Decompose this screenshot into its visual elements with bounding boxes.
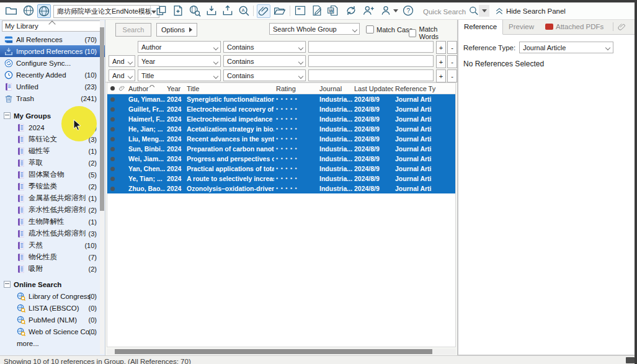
online-database-item[interactable]: LISTA (EBSCO) (0) xyxy=(0,302,105,314)
group-item[interactable]: 生物降解性 (1) xyxy=(0,216,105,228)
operator-select-3[interactable]: Contains xyxy=(223,69,306,81)
sidebar-item[interactable]: Trash (241) xyxy=(0,92,105,104)
search-term-input-3[interactable] xyxy=(308,69,434,81)
operator-select-1[interactable]: Contains xyxy=(223,41,306,53)
operator-select-2[interactable]: Contains xyxy=(223,55,306,67)
remove-row-button-3[interactable]: - xyxy=(447,69,457,82)
tab-reference[interactable]: Reference xyxy=(458,19,503,35)
attach-pdf-icon[interactable] xyxy=(617,19,626,34)
rating-column-header[interactable]: Rating xyxy=(274,85,318,92)
add-row-button-1[interactable]: + xyxy=(436,41,446,54)
search-term-input-1[interactable] xyxy=(308,41,434,53)
hide-search-panel-icon[interactable] xyxy=(494,4,504,17)
attachment-column-header[interactable] xyxy=(117,85,127,92)
search-icon[interactable] xyxy=(468,4,479,17)
title-column-header[interactable]: Title xyxy=(185,85,274,92)
sidebar-item[interactable]: Configure Sync... xyxy=(0,57,105,69)
cell-rating[interactable]: • • • • • xyxy=(274,166,318,172)
cell-rating[interactable]: • • • • • xyxy=(274,156,318,162)
field-select-3[interactable]: Title xyxy=(138,69,221,81)
sidebar-scrollbar-thumb[interactable] xyxy=(100,27,104,211)
field-select-1[interactable]: Author xyxy=(138,41,221,53)
group-item[interactable]: 金属基低共熔溶剂 (1) xyxy=(0,192,105,204)
remove-row-button-2[interactable]: - xyxy=(447,55,457,68)
cell-rating[interactable]: • • • • • xyxy=(274,136,318,142)
options-button[interactable]: Options xyxy=(156,23,197,37)
cell-rating[interactable]: • • • • • xyxy=(274,185,318,192)
group-item[interactable]: 物化性质 (7) xyxy=(0,251,105,263)
cell-rating[interactable]: • • • • • xyxy=(274,106,318,112)
online-search-icon[interactable] xyxy=(189,4,201,17)
chevron-down-icon[interactable] xyxy=(393,9,398,12)
export-icon[interactable] xyxy=(221,4,234,17)
cell-rating[interactable]: • • • • • xyxy=(274,96,318,102)
checkbox-icon[interactable] xyxy=(409,29,416,37)
match-words-checkbox[interactable]: Match Words xyxy=(409,25,457,40)
more-databases-link[interactable]: more... xyxy=(0,337,105,349)
reference-row[interactable]: Ye, Tian; ... 2024 A route to selectivel… xyxy=(107,174,455,184)
group-item[interactable]: 季铵盐类 (2) xyxy=(0,180,105,192)
local-library-mode-icon[interactable] xyxy=(5,4,17,17)
online-search-header[interactable]: Online Search xyxy=(0,278,105,290)
collapse-minus-icon[interactable] xyxy=(4,112,11,119)
reference-row[interactable]: Wei, Jiam... 2024 Progress and perspecti… xyxy=(107,154,455,164)
add-row-button-2[interactable]: + xyxy=(436,55,446,68)
horizontal-scrollbar[interactable] xyxy=(107,348,456,355)
layout-button[interactable] xyxy=(626,357,635,363)
search-options-dropdown[interactable] xyxy=(479,5,489,17)
checkbox-icon[interactable] xyxy=(366,25,374,33)
reference-type-select[interactable]: Journal Article xyxy=(519,42,613,53)
cell-rating[interactable]: • • • • • xyxy=(274,175,318,182)
user-menu-icon[interactable] xyxy=(380,4,392,17)
add-row-button-3[interactable]: + xyxy=(436,69,446,82)
reference-type-column-header[interactable]: Reference Ty xyxy=(393,85,455,92)
group-item[interactable]: 吸附 (2) xyxy=(0,263,105,275)
reference-row[interactable]: Sun, Binbi... 2024 Preparation of carbon… xyxy=(107,144,455,154)
online-database-item[interactable]: PubMed (NLM) (0) xyxy=(0,314,105,326)
boolean-select-2[interactable]: And xyxy=(109,55,135,67)
format-bibliography-icon[interactable] xyxy=(311,4,323,17)
copy-to-local-library-icon[interactable] xyxy=(155,4,167,17)
journal-column-header[interactable]: Journal xyxy=(318,85,352,92)
cell-rating[interactable]: • • • • • xyxy=(274,116,318,122)
reference-row[interactable]: Haimerl, F... 2024 Electrochemical imped… xyxy=(107,114,455,124)
reference-row[interactable]: Liu, Meng... 2024 Recent advances in the… xyxy=(107,134,455,144)
group-item[interactable]: 亲水性低共熔溶剂 (2) xyxy=(0,204,105,216)
share-library-icon[interactable] xyxy=(362,4,375,17)
read-status-column-header[interactable] xyxy=(107,86,117,91)
collapse-minus-icon[interactable] xyxy=(4,281,11,288)
group-item[interactable]: 天然 (10) xyxy=(0,239,105,251)
search-scope-select[interactable]: Search Whole Group xyxy=(269,23,360,35)
help-icon[interactable] xyxy=(402,4,414,17)
search-term-input-2[interactable] xyxy=(308,55,434,67)
import-icon[interactable] xyxy=(205,4,218,17)
last-updated-column-header[interactable]: Last Updated xyxy=(352,85,393,92)
group-item[interactable]: 萃取 (2) xyxy=(0,157,105,169)
sidebar-item[interactable]: Recently Added (10) xyxy=(0,69,105,81)
attach-file-icon[interactable] xyxy=(257,4,270,18)
go-to-word-icon[interactable] xyxy=(327,4,339,17)
group-item[interactable]: 固体聚合物 (5) xyxy=(0,169,105,180)
search-button[interactable]: Search xyxy=(115,23,151,37)
sync-library-icon[interactable] xyxy=(345,4,357,17)
author-column-header[interactable]: Author xyxy=(127,85,165,92)
integrated-library-mode-icon[interactable] xyxy=(37,4,51,18)
hide-search-panel-button[interactable]: Hide Search Panel xyxy=(506,7,566,15)
cell-rating[interactable]: • • • • • xyxy=(274,146,318,152)
my-library-header[interactable]: My Library xyxy=(2,20,102,32)
reference-row[interactable]: Gu, Yiman... 2024 Synergistic functional… xyxy=(107,94,455,104)
new-reference-icon[interactable] xyxy=(172,4,184,17)
online-database-item[interactable]: Web of Science Co... (0) xyxy=(0,326,105,337)
find-full-text-icon[interactable] xyxy=(238,4,250,17)
reference-row[interactable]: Guillet, Fr... 2024 Electrochemical reco… xyxy=(107,104,455,114)
online-database-item[interactable]: Library of Congress (0) xyxy=(0,290,105,302)
reference-row[interactable]: Yan, Chen... 2024 Practical applications… xyxy=(107,164,455,174)
group-item[interactable]: 磁性等 (1) xyxy=(0,145,105,157)
output-style-select[interactable]: 廊坊师院毕业论文EndNote模板 xyxy=(53,5,159,18)
online-search-mode-icon[interactable] xyxy=(22,4,35,17)
reference-row[interactable]: He, Jian; ... 2024 Acetalization strateg… xyxy=(107,124,455,134)
year-column-header[interactable]: Year xyxy=(165,85,185,92)
group-item[interactable]: 疏水性低共熔溶剂 (3) xyxy=(0,228,105,239)
reference-row[interactable]: Zhuo, Bao... 2024 Ozonolysis–oxidation-d… xyxy=(107,184,455,193)
cell-rating[interactable]: • • • • • xyxy=(274,126,318,132)
